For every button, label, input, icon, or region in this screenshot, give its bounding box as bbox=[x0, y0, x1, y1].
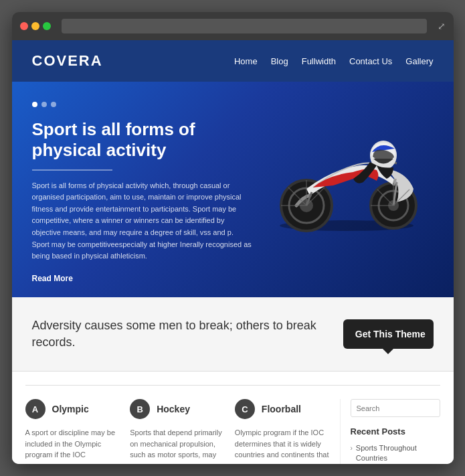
nav-gallery[interactable]: Gallery bbox=[405, 56, 433, 66]
feature-text-olympic: A sport or discipline may be included in… bbox=[25, 427, 120, 461]
nav-contact[interactable]: Contact Us bbox=[349, 56, 392, 66]
expand-icon[interactable]: ⤢ bbox=[438, 21, 446, 31]
content-row: A Olympic A sport or discipline may be i… bbox=[12, 399, 454, 464]
quote-section: Adversity causes some men to break; othe… bbox=[12, 297, 454, 372]
hero-body: Sport is all forms of physical activity … bbox=[32, 180, 253, 262]
feature-icon-b: B bbox=[130, 399, 150, 419]
hero-dot-3[interactable] bbox=[51, 102, 56, 107]
site-logo: COVERA bbox=[32, 52, 103, 70]
feature-title-olympic: Olympic bbox=[52, 404, 89, 414]
sidebar: 🔍 Recent Posts › Sports Throughout Count… bbox=[340, 399, 440, 464]
feature-hockey: B Hockey Sports that depend primarily on… bbox=[130, 399, 235, 464]
hero-dot-1[interactable] bbox=[32, 102, 37, 107]
site-nav: Home Blog Fullwidth Contact Us Gallery bbox=[234, 56, 434, 66]
content-section: A Olympic A sport or discipline may be i… bbox=[12, 372, 454, 464]
browser-chrome: ⤢ bbox=[12, 12, 454, 40]
hero-dot-2[interactable] bbox=[41, 102, 47, 107]
hero-section: Sport is all forms of physical activity … bbox=[12, 82, 454, 297]
recent-post-item: › Sports Throughout Countries bbox=[351, 443, 440, 464]
feature-text-floorball: Olympic program if the IOC determines th… bbox=[235, 427, 330, 461]
feature-olympic: A Olympic A sport or discipline may be i… bbox=[25, 399, 130, 464]
address-bar[interactable] bbox=[62, 19, 427, 33]
browser-window: ⤢ COVERA Home Blog Fullwidth Contact Us … bbox=[12, 12, 454, 464]
website: COVERA Home Blog Fullwidth Contact Us Ga… bbox=[12, 40, 454, 464]
minimize-dot[interactable] bbox=[31, 22, 39, 30]
hero-image bbox=[253, 88, 440, 249]
nav-fullwidth[interactable]: Fullwidth bbox=[302, 56, 336, 66]
recent-post-label[interactable]: Sports Throughout Countries bbox=[356, 443, 440, 464]
quote-text: Adversity causes some men to break; othe… bbox=[32, 317, 343, 351]
get-theme-button[interactable]: Get This Theme bbox=[343, 319, 434, 349]
maximize-dot[interactable] bbox=[43, 22, 51, 30]
content-divider bbox=[25, 385, 440, 386]
feature-olympic-header: A Olympic bbox=[25, 399, 120, 419]
search-box: 🔍 bbox=[351, 399, 440, 417]
feature-floorball: C Floorball Olympic program if the IOC d… bbox=[235, 399, 340, 464]
browser-dots bbox=[20, 22, 51, 30]
post-arrow-icon: › bbox=[351, 444, 353, 453]
read-more-link[interactable]: Read More bbox=[32, 274, 73, 283]
hero-title: Sport is all forms of physical activity bbox=[32, 119, 253, 161]
recent-posts-title: Recent Posts bbox=[351, 426, 440, 437]
motorcycle-svg bbox=[253, 88, 440, 236]
hero-content: Sport is all forms of physical activity … bbox=[32, 119, 253, 284]
site-header: COVERA Home Blog Fullwidth Contact Us Ga… bbox=[12, 40, 454, 82]
feature-icon-c: C bbox=[235, 399, 255, 419]
search-input[interactable] bbox=[351, 401, 440, 416]
feature-floorball-header: C Floorball bbox=[235, 399, 330, 419]
nav-home[interactable]: Home bbox=[234, 56, 258, 66]
nav-blog[interactable]: Blog bbox=[271, 56, 288, 66]
feature-hockey-header: B Hockey bbox=[130, 399, 225, 419]
feature-title-floorball: Floorball bbox=[262, 404, 301, 414]
hero-divider bbox=[32, 169, 112, 171]
close-dot[interactable] bbox=[20, 22, 28, 30]
feature-title-hockey: Hockey bbox=[157, 404, 190, 414]
content-main: A Olympic A sport or discipline may be i… bbox=[25, 399, 340, 464]
feature-text-hockey: Sports that depend primarily on mechanic… bbox=[130, 427, 225, 461]
feature-icon-a: A bbox=[25, 399, 45, 419]
